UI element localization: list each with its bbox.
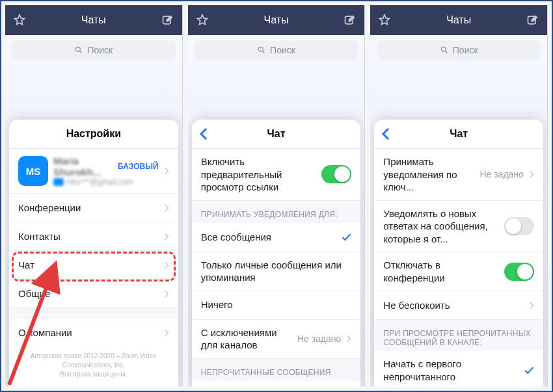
zoom-mini-icon: [53, 178, 64, 186]
option-dm-only[interactable]: Только личные сообщения или упоминания: [192, 252, 361, 291]
sheet-title: Чат: [450, 128, 468, 140]
chat-settings-sheet-b: Чат Принимать уведомления по ключ... Не …: [374, 120, 543, 387]
svg-point-3: [258, 47, 263, 51]
sheet-title: Настройки: [9, 120, 178, 148]
section-channel-view: ПРИ ПРОСМОТРЕ НЕПРОЧИТАННЫХ СООБЩЕНИЙ В …: [374, 319, 543, 351]
back-button[interactable]: [381, 127, 391, 140]
chevron-right-icon: [346, 334, 351, 343]
search-wrap: Поиск: [5, 35, 182, 65]
topbar-title: Чаты: [263, 14, 288, 26]
search-input[interactable]: Поиск: [195, 40, 358, 60]
compose-icon[interactable]: [344, 14, 357, 27]
option-all-messages[interactable]: Все сообщения: [192, 223, 361, 252]
option-first-unread[interactable]: Начать с первого непрочитанного: [374, 351, 543, 387]
chevron-right-icon: [164, 232, 169, 241]
toggle-mute-meeting[interactable]: Отключать в конференции: [374, 252, 543, 291]
favorite-icon[interactable]: [13, 14, 26, 27]
search-icon: [74, 46, 83, 55]
topbar: Чаты: [5, 5, 182, 35]
chevron-right-icon: [164, 328, 169, 337]
chevron-right-icon: [164, 261, 169, 270]
search-input[interactable]: Поиск: [12, 40, 176, 60]
compose-icon[interactable]: [161, 14, 174, 27]
chat-settings-sheet: Чат Включить предварительный просмотр сс…: [192, 120, 361, 387]
screen-chat-settings-b: Чаты Поиск Чат Принимать уведомления по …: [370, 5, 548, 387]
toggle-switch-icon[interactable]: [321, 165, 351, 183]
screen-settings: Чаты Поиск Настройки MS Maria Shurokh...…: [5, 5, 183, 387]
screen-chat-settings-a: Чаты Поиск Чат Включить предварительный …: [188, 5, 366, 387]
topbar-title: Чаты: [446, 14, 471, 26]
topbar: Чаты: [188, 5, 365, 35]
option-none[interactable]: Ничего: [192, 291, 361, 319]
profile-email: mks***@gmail.com: [66, 177, 133, 187]
profile-row[interactable]: MS Maria Shurokh... БАЗОВЫЙ mks***@gmail…: [9, 149, 178, 193]
nav-chat[interactable]: Чат: [9, 250, 178, 279]
nav-general[interactable]: Общие: [9, 279, 178, 307]
nav-conferences[interactable]: Конференции: [9, 193, 178, 222]
favorite-icon[interactable]: [196, 14, 209, 27]
chevron-right-icon: [164, 289, 169, 298]
toggle-reply-notify[interactable]: Уведомлять о новых ответах на сообщения,…: [374, 200, 543, 252]
nav-contacts[interactable]: Контакты: [9, 222, 178, 250]
row-keyword-notify[interactable]: Принимать уведомления по ключ... Не зада…: [374, 149, 543, 200]
section-unread: НЕПРОЧИТАННЫЕ СООБЩЕНИЯ: [192, 358, 361, 381]
search-placeholder: Поиск: [87, 45, 113, 55]
search-icon: [440, 46, 449, 55]
copyright-footer: Авторское право 2012-2020 – Zoom Video C…: [9, 346, 178, 387]
chevron-right-icon: [164, 166, 169, 176]
svg-point-5: [441, 47, 446, 51]
chevron-right-icon: [164, 203, 169, 213]
section-notify: ПРИНИМАТЬ УВЕДОМЛЕНИЯ ДЛЯ:: [192, 200, 361, 223]
check-icon: [524, 365, 534, 376]
svg-point-1: [76, 47, 81, 51]
avatar: MS: [18, 156, 48, 186]
settings-sheet: Настройки MS Maria Shurokh... БАЗОВЫЙ mk…: [9, 120, 178, 387]
check-icon: [341, 232, 351, 242]
topbar-title: Чаты: [81, 14, 106, 26]
topbar: Чаты: [370, 5, 547, 35]
plan-badge: БАЗОВЫЙ: [118, 162, 159, 171]
toggle-switch-icon[interactable]: [504, 263, 534, 281]
toggle-link-preview[interactable]: Включить предварительный просмотр ссылки: [192, 149, 361, 200]
sheet-title: Чат: [267, 128, 286, 140]
back-button[interactable]: [198, 127, 209, 140]
compose-icon[interactable]: [526, 14, 539, 27]
search-input[interactable]: Поиск: [377, 40, 541, 60]
chevron-right-icon: [529, 301, 534, 310]
toggle-keep-unread-top[interactable]: Оставить все непрочитанные сообщения све…: [192, 381, 361, 387]
search-icon: [257, 46, 266, 55]
favorite-icon[interactable]: [378, 14, 391, 27]
profile-name: Maria Shurokh...: [53, 155, 114, 177]
row-dnd[interactable]: Не беспокоить: [374, 291, 543, 319]
chevron-right-icon: [529, 170, 534, 179]
toggle-switch-icon[interactable]: [504, 217, 534, 235]
option-channel-exceptions[interactable]: С исключениями для каналов Не задано: [192, 319, 361, 358]
nav-about[interactable]: О компании: [9, 318, 178, 346]
